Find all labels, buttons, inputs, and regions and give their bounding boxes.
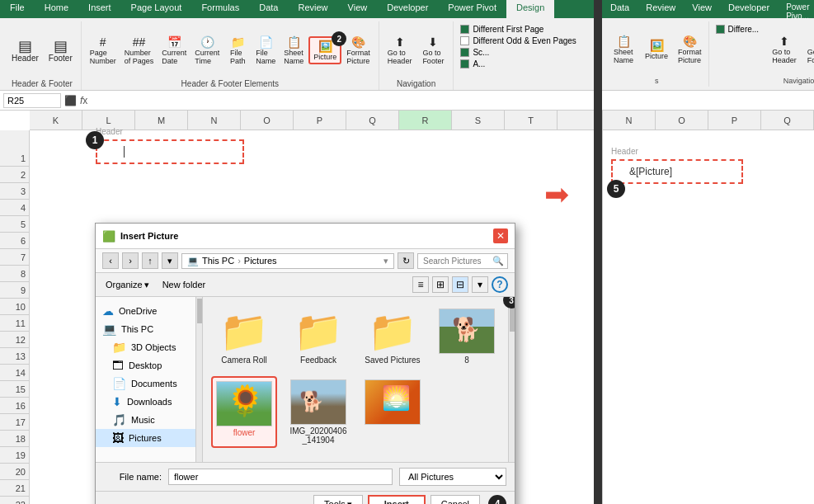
grid-scrollbar[interactable] <box>508 297 515 462</box>
right-tab-developer[interactable]: Developer <box>720 0 778 18</box>
header-button[interactable]: ▤ Header <box>8 37 42 64</box>
file-flower[interactable]: flower <box>211 376 277 448</box>
cancel-button[interactable]: Cancel <box>431 495 480 504</box>
right-goto-header-icon: ⬆ <box>779 35 789 48</box>
file-saved-thumb[interactable] <box>360 376 426 448</box>
picture-button[interactable]: 🖼️ Picture 2 <box>308 36 341 64</box>
footer-button[interactable]: ▤ Footer <box>45 37 76 64</box>
sidebar-pictures[interactable]: 🖼 Pictures <box>96 429 202 447</box>
breadcrumb-pictures[interactable]: Pictures <box>244 256 277 266</box>
sidebar-desktop[interactable]: 🗔 Desktop <box>96 356 202 374</box>
format-picture-button[interactable]: 🎨 FormatPicture <box>343 34 374 67</box>
goto-footer-button[interactable]: ⬇ Go toFooter <box>418 34 448 67</box>
insert-button[interactable]: Insert <box>368 495 426 504</box>
filename-input[interactable] <box>168 469 393 485</box>
tab-design[interactable]: Design <box>506 0 554 18</box>
organize-button[interactable]: Organize ▾ <box>102 278 153 292</box>
right-goto-footer-btn[interactable]: ⬇ Go toFooter <box>803 33 814 66</box>
current-time-button[interactable]: 🕐 CurrentTime <box>191 34 223 67</box>
search-icon[interactable]: 🔍 <box>492 256 504 266</box>
right-picture-btn[interactable]: 🖼️ Picture <box>642 37 671 62</box>
sidebar-downloads[interactable]: ⬇ Downloads <box>96 393 202 411</box>
header-footer-buttons: ▤ Header ▤ Footer <box>8 23 76 78</box>
scale-checkbox[interactable] <box>460 48 469 57</box>
organize-label: Organize <box>106 280 143 290</box>
view-dropdown-button[interactable]: ▾ <box>472 276 488 293</box>
file-feedback[interactable]: 📁 Feedback 3 <box>285 305 351 368</box>
nav-buttons: ⬆ Go toHeader ⬇ Go toFooter <box>384 23 449 78</box>
forward-button[interactable]: › <box>122 252 139 269</box>
up-button[interactable]: ↑ <box>142 252 158 269</box>
right-sheet: N O P Q Header &[Picture] <box>602 111 814 504</box>
tools-button[interactable]: Tools ▾ <box>313 495 363 504</box>
refresh-button[interactable]: ↻ <box>398 252 414 269</box>
file-saved-pictures[interactable]: 📁 Saved Pictures <box>360 305 426 368</box>
dialog-close-button[interactable]: ✕ <box>493 228 508 243</box>
num-pages-button[interactable]: ## Numberof Pages <box>121 34 158 67</box>
right-header-box[interactable]: &[Picture] <box>611 159 743 184</box>
right-tab-review[interactable]: Review <box>638 0 684 18</box>
right-col-q: Q <box>761 111 814 130</box>
tab-data[interactable]: Data <box>249 0 288 18</box>
sidebar-this-pc[interactable]: 💻 This PC <box>96 320 202 338</box>
view-grid-button[interactable]: ⊞ <box>432 276 449 293</box>
sidebar-music[interactable]: 🎵 Music <box>96 411 202 429</box>
tab-home[interactable]: Home <box>35 0 78 18</box>
right-tab-view[interactable]: View <box>684 0 720 18</box>
tab-file[interactable]: File <box>0 0 35 18</box>
view-list-button[interactable]: ≡ <box>412 276 429 293</box>
back-button[interactable]: ‹ <box>102 252 119 269</box>
tab-page-layout[interactable]: Page Layout <box>121 0 192 18</box>
right-panel: Data Review View Developer Power Pivo...… <box>602 0 814 504</box>
scrollbar-thumb[interactable] <box>197 299 202 323</box>
new-folder-button[interactable]: New folder <box>159 278 209 291</box>
right-nav-label: Navigation <box>783 77 814 85</box>
tab-power-pivot[interactable]: Power Pivot <box>438 0 506 18</box>
sidebar-3d-objects[interactable]: 📁 3D Objects <box>96 338 202 356</box>
right-tab-data[interactable]: Data <box>602 0 638 18</box>
file-path-button[interactable]: 📁 FilePath <box>224 34 251 67</box>
file-name-button[interactable]: 📄 FileName <box>252 34 279 67</box>
name-box[interactable] <box>3 93 61 108</box>
excel-dialog-icon: 🟩 <box>102 230 115 243</box>
diff-first-page-checkbox[interactable] <box>460 25 469 34</box>
tab-developer[interactable]: Developer <box>377 0 438 18</box>
right-tab-power-pivot[interactable]: Power Pivo... <box>778 0 814 18</box>
sidebar-documents[interactable]: 📄 Documents <box>96 374 202 393</box>
view-details-button[interactable]: ⊟ <box>452 276 468 293</box>
goto-header-button[interactable]: ⬆ Go toHeader <box>384 34 416 67</box>
align-checkbox[interactable] <box>460 59 469 68</box>
sidebar-onedrive[interactable]: ☁ OneDrive <box>96 302 202 320</box>
right-sheet-name-btn[interactable]: 📋 SheetName <box>609 33 638 66</box>
right-goto-header-btn[interactable]: ⬆ Go toHeader <box>769 33 800 66</box>
dialog-body: ☁ OneDrive 💻 This PC 📁 3D Objects 🗔 Desk… <box>96 297 515 462</box>
tab-insert[interactable]: Insert <box>78 0 121 18</box>
current-date-button[interactable]: 📅 CurrentDate <box>158 34 190 67</box>
page-number-button[interactable]: # PageNumber <box>87 34 120 67</box>
breadcrumb-this-pc[interactable]: This PC <box>202 256 234 266</box>
file-camera-roll[interactable]: 📁 Camera Roll <box>211 305 277 368</box>
saved-pictures-name: Saved Pictures <box>365 356 420 365</box>
recent-button[interactable]: ▾ <box>162 252 178 269</box>
format-pic-icon: 🎨 <box>351 35 365 49</box>
file-img20200406[interactable]: IMG_20200406_141904 <box>285 376 351 448</box>
organize-chevron: ▾ <box>144 280 149 290</box>
tab-view[interactable]: View <box>338 0 378 18</box>
file-8[interactable]: 8 <box>434 305 500 368</box>
diff-odd-even-checkbox[interactable] <box>460 36 469 45</box>
sidebar-scrollbar[interactable] <box>195 297 202 462</box>
header-input-box[interactable] <box>96 139 244 164</box>
header-area: Header 1 <box>30 111 594 172</box>
search-input[interactable] <box>423 257 489 266</box>
align-row: A... <box>460 59 576 68</box>
filetype-select[interactable]: All Pictures <box>399 468 506 486</box>
tab-formulas[interactable]: Formulas <box>191 0 249 18</box>
right-diff-first-cb[interactable] <box>716 25 725 34</box>
formula-input[interactable] <box>91 96 591 106</box>
right-format-picture-btn[interactable]: 🎨 FormatPicture <box>675 33 705 66</box>
tab-review[interactable]: Review <box>288 0 337 18</box>
help-button[interactable]: ? <box>492 276 508 293</box>
breadcrumb-dropdown[interactable]: ▾ <box>383 256 388 266</box>
ribbon-options-group: Different First Page Different Odd & Eve… <box>454 21 582 90</box>
sheet-name-button[interactable]: 📋 SheetName <box>280 34 307 67</box>
